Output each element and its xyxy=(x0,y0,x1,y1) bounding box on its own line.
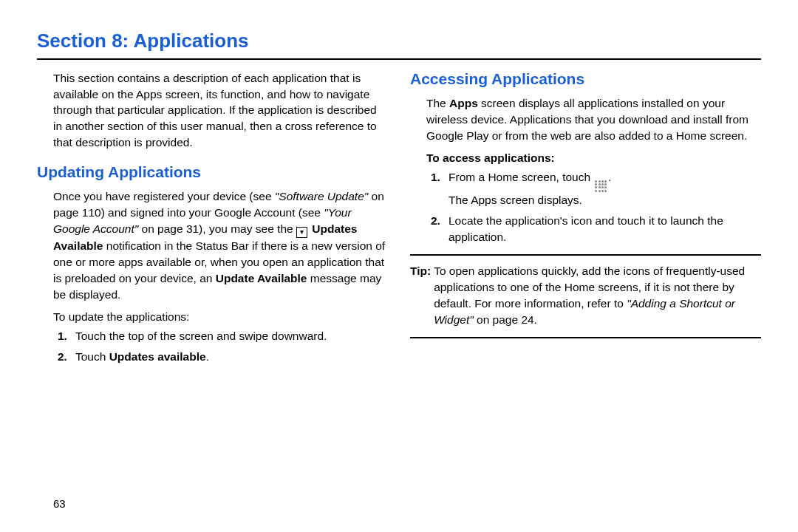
text-fragment: The xyxy=(426,97,449,109)
text-fragment: . xyxy=(608,171,611,183)
accessing-paragraph: The Apps screen displays all application… xyxy=(410,95,761,144)
text-fragment: on page 31), you may see the xyxy=(138,222,296,235)
apps-grid-icon xyxy=(595,180,607,192)
section-title: Section 8: Applications xyxy=(37,30,761,52)
apps-bold: Apps xyxy=(449,97,478,109)
xref-software-update: "Software Update" xyxy=(275,190,368,202)
text-fragment: From a Home screen, touch xyxy=(449,171,593,183)
list-item: 2. Locate the application's icon and tou… xyxy=(410,213,761,245)
text-fragment: Touch xyxy=(75,350,109,363)
list-item: 1. From a Home screen, touch . The Apps … xyxy=(410,169,761,208)
tip-box: Tip: To open applications quickly, add t… xyxy=(410,254,761,338)
step-number: 1. xyxy=(58,328,75,344)
content-columns: This section contains a description of e… xyxy=(37,70,761,369)
step-text: Touch Updates available. xyxy=(75,349,388,365)
text-fragment: Once you have registered your device (se… xyxy=(53,190,275,202)
text-fragment: . xyxy=(206,350,209,363)
list-item: 2. Touch Updates available. xyxy=(37,349,388,365)
tip-label: Tip: xyxy=(410,263,434,328)
intro-paragraph: This section contains a description of e… xyxy=(37,70,388,150)
title-divider xyxy=(37,58,761,60)
right-column: Accessing Applications The Apps screen d… xyxy=(410,70,761,369)
left-column: This section contains a description of e… xyxy=(37,70,388,369)
step-text: From a Home screen, touch . The Apps scr… xyxy=(449,169,761,208)
step-number: 2. xyxy=(58,349,75,365)
updates-available-action: Updates available xyxy=(109,350,206,363)
accessing-heading: Accessing Applications xyxy=(410,70,761,88)
list-item: 1. Touch the top of the screen and swipe… xyxy=(37,328,388,344)
tip-text: To open applications quickly, add the ic… xyxy=(434,263,761,328)
text-fragment: The Apps screen displays. xyxy=(449,194,582,206)
step-text: Locate the application's icon and touch … xyxy=(449,213,761,245)
step-text: Touch the top of the screen and swipe do… xyxy=(75,328,388,344)
updates-available-icon: ▾ xyxy=(296,227,307,238)
to-update-label: To update the applications: xyxy=(37,310,388,324)
text-fragment: on page 24. xyxy=(474,313,537,326)
update-available-label: Update Available xyxy=(216,272,307,284)
step-number: 1. xyxy=(431,169,449,208)
updating-heading: Updating Applications xyxy=(37,163,388,181)
updating-paragraph: Once you have registered your device (se… xyxy=(37,188,388,303)
to-access-label: To access applications: xyxy=(410,151,761,165)
page-number: 63 xyxy=(53,497,66,510)
step-number: 2. xyxy=(431,213,449,245)
